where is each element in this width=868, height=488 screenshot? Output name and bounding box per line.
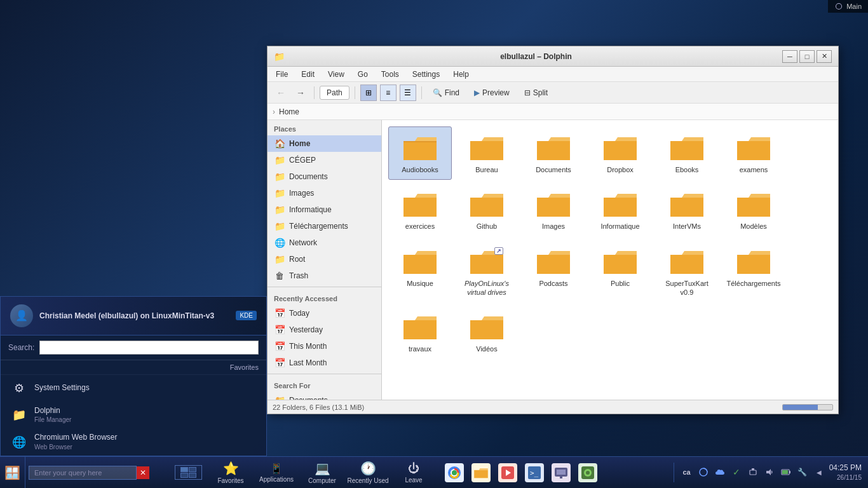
menu-help[interactable]: Help <box>448 69 474 80</box>
tray-cloud-icon[interactable] <box>714 466 726 478</box>
sidebar-item-this-month[interactable]: 📅 This Month <box>268 338 381 355</box>
forward-button[interactable]: → <box>292 85 309 101</box>
back-button[interactable]: ← <box>273 85 289 101</box>
breadcrumb-home[interactable]: Home <box>279 107 299 116</box>
file-telechargements-name: Téléchargements <box>727 279 781 288</box>
view-icons-button[interactable]: ⊞ <box>360 85 377 101</box>
taskbar-vm-btn[interactable] <box>549 461 573 485</box>
file-item-supertuxkart[interactable]: SuperTuxKart v0.9 <box>655 240 719 303</box>
menu-go[interactable]: Go <box>353 69 373 80</box>
taskbar-media-btn[interactable] <box>496 461 520 485</box>
file-item-playonlinux[interactable]: ↗ PlayOnLinux's virtual drives <box>455 240 519 303</box>
sidebar-item-informatique[interactable]: 📁 Informatique <box>268 201 381 218</box>
telechargements-icon: 📁 <box>274 221 285 231</box>
file-item-informatique[interactable]: Informatique <box>588 183 652 236</box>
split-button[interactable]: ⊟ Split <box>519 86 553 100</box>
file-item-audiobooks[interactable]: Audiobooks <box>388 126 452 180</box>
tray-language-icon[interactable]: ca <box>681 466 693 478</box>
sidebar-item-network[interactable]: 🌐 Network <box>268 234 381 251</box>
menu-tools[interactable]: Tools <box>376 69 404 80</box>
tray-extra-icon[interactable]: ◀ <box>813 466 825 478</box>
tray-power-icon[interactable] <box>747 466 759 478</box>
taskbar-files-btn[interactable] <box>469 461 493 485</box>
file-item-public[interactable]: Public <box>588 240 652 303</box>
svg-marker-29 <box>604 194 637 198</box>
file-item-documents[interactable]: Documents <box>522 126 585 180</box>
view-detail-button[interactable]: ☰ <box>400 85 416 101</box>
file-item-podcasts[interactable]: Podcasts <box>522 240 585 303</box>
file-item-modeles[interactable]: Modèles <box>722 183 785 236</box>
taskbar-recently-used-btn[interactable]: 🕐 Recently Used <box>346 458 390 487</box>
svg-marker-17 <box>737 137 770 141</box>
tray-network-icon[interactable] <box>697 466 710 478</box>
path-button[interactable]: Path <box>320 86 349 100</box>
menu-edit[interactable]: Edit <box>296 69 320 80</box>
taskbar-computer-btn[interactable]: 💻 Computer <box>300 458 344 487</box>
tray-audio-icon[interactable] <box>763 466 776 478</box>
tray-status-icon[interactable]: ✓ <box>730 466 743 478</box>
menu-settings[interactable]: Settings <box>407 69 445 80</box>
system-tray: ca ✓ 🔧 ◀ <box>674 463 868 482</box>
vd-cell-1 <box>180 467 188 472</box>
menu-item-chromium[interactable]: 🌐 Chromium Web Browser Web Browser <box>1 428 266 456</box>
file-item-examens[interactable]: examens <box>722 126 785 180</box>
sidebar-item-cegep[interactable]: 📁 CÉGEP <box>268 152 381 168</box>
find-button[interactable]: 🔍 Find <box>427 86 465 100</box>
file-ebooks-name: Ebooks <box>675 165 699 174</box>
taskbar-terminal-btn[interactable]: >_ <box>522 461 546 485</box>
view-compact-button[interactable]: ≡ <box>380 85 397 101</box>
taskbar-applications-btn[interactable]: 📱 Applications <box>254 458 299 487</box>
virtual-desktop[interactable] <box>175 465 202 480</box>
file-item-images[interactable]: Images <box>522 183 585 236</box>
taskbar-leave-btn[interactable]: ⏻ Leave <box>391 458 436 487</box>
user-info: Christian Medel (elbullazul) on LinuxMin… <box>39 311 229 320</box>
file-item-musique[interactable]: Musique <box>388 240 452 303</box>
taskbar-favorites-btn[interactable]: ⭐ Favorites <box>208 458 253 487</box>
trash-icon: 🗑 <box>274 271 285 281</box>
tray-tools-icon[interactable]: 🔧 <box>796 466 809 478</box>
menu-item-system-settings[interactable]: ⚙ System Settings <box>1 375 266 402</box>
maximize-button[interactable]: □ <box>799 50 815 63</box>
taskbar-app2-btn[interactable] <box>576 461 600 485</box>
tray-battery-icon[interactable] <box>780 466 792 478</box>
svg-marker-1 <box>403 137 437 141</box>
minimize-button[interactable]: ─ <box>782 50 797 63</box>
sidebar-item-documents[interactable]: 📁 Documents <box>268 168 381 185</box>
system-clock[interactable]: 04:25 PM 26/11/15 <box>829 463 862 482</box>
file-item-telechargements[interactable]: Téléchargements <box>722 240 785 303</box>
taskbar-app2-icon <box>578 463 597 482</box>
sidebar-item-home[interactable]: 🏠 Home <box>268 135 381 152</box>
preview-button[interactable]: ▶ Preview <box>468 86 515 100</box>
sidebar-item-trash[interactable]: 🗑 Trash <box>268 268 381 284</box>
menu-view[interactable]: View <box>323 69 349 80</box>
file-item-ebooks[interactable]: Ebooks <box>655 126 719 180</box>
taskbar-chromium-btn[interactable] <box>442 461 466 485</box>
taskbar-search-clear-button[interactable]: ✕ <box>137 466 149 479</box>
menu-item-dolphin[interactable]: 📁 Dolphin File Manager <box>1 402 266 429</box>
file-item-videos[interactable]: Vidéos <box>455 306 519 359</box>
search-input[interactable] <box>39 341 259 355</box>
file-item-exercices[interactable]: exercices <box>388 183 452 236</box>
taskbar-search-input[interactable] <box>29 466 137 480</box>
sidebar-item-telechargements[interactable]: 📁 Téléchargements <box>268 218 381 234</box>
svg-marker-27 <box>537 199 570 217</box>
file-item-travaux[interactable]: travaux <box>388 306 452 359</box>
start-button[interactable]: 🪟 <box>0 457 25 489</box>
sidebar-item-yesterday[interactable]: 📅 Yesterday <box>268 322 381 338</box>
file-item-github[interactable]: Github <box>455 183 519 236</box>
cegep-icon: 📁 <box>274 155 285 165</box>
menu-file[interactable]: File <box>271 69 293 80</box>
sidebar-item-search-documents[interactable]: 📁 Documents <box>268 392 381 400</box>
sidebar-item-images[interactable]: 📁 Images <box>268 185 381 201</box>
sidebar-item-last-month[interactable]: 📅 Last Month <box>268 355 381 371</box>
folder-modeles-icon <box>736 189 771 219</box>
svg-marker-5 <box>470 137 503 141</box>
file-item-bureau[interactable]: Bureau <box>455 126 519 180</box>
sidebar-item-root[interactable]: 📁 Root <box>268 251 381 268</box>
sidebar-item-today[interactable]: 📅 Today <box>268 305 381 322</box>
svg-marker-26 <box>537 194 570 198</box>
close-button[interactable]: ✕ <box>817 50 832 63</box>
file-item-intervms[interactable]: InterVMs <box>655 183 719 236</box>
file-item-dropbox[interactable]: Dropbox <box>588 126 652 180</box>
file-public-name: Public <box>611 279 630 288</box>
